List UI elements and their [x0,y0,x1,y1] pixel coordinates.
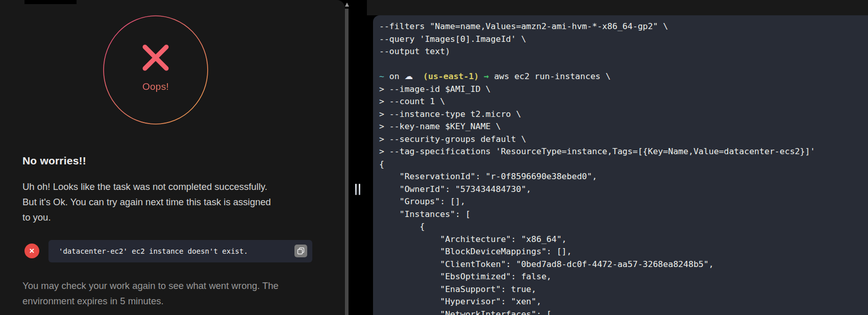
copy-icon [297,247,305,255]
terminal-top-strip [367,0,868,15]
terminal-line: "NetworkInterfaces": [ [379,308,868,315]
scroll-up-arrow-icon[interactable] [345,3,349,7]
terminal-line: { [379,158,868,171]
terminal-output: --filters "Name=name,Values=amzn2-ami-hv… [379,20,868,315]
terminal-line: ~ on ☁ (us-east-1) → aws ec2 run-instanc… [379,70,868,83]
oops-label: Oops! [103,81,208,92]
terminal-line: "Groups": [], [379,196,868,208]
terminal-line: "Instances": [ [379,208,868,221]
terminal-section: --filters "Name=name,Values=amzn2-ami-hv… [367,0,868,315]
terminal-line: "ReservationId": "r-0f8596690e38ebed0", [379,171,868,183]
terminal-line: > --security-groups default \ [379,133,868,146]
left-panel-scrollbar[interactable] [345,0,349,315]
panel-divider [349,0,367,315]
text-line: But it's Ok. You can try again next time… [22,195,318,210]
terminal-line: "BlockDeviceMappings": [], [379,246,868,258]
pause-bars-icon[interactable] [355,184,360,195]
terminal-line: { [379,221,868,233]
error-message-box: 'datacenter-ec2' ec2 instance doesn't ex… [48,240,312,262]
result-heading: No worries!! [22,155,86,167]
terminal-line: --filters "Name=name,Values=amzn2-ami-hv… [379,20,868,33]
footer-note: You may check your work again to see wha… [22,278,318,309]
terminal-line: "EnaSupport": true, [379,283,868,296]
top-notch [24,0,77,4]
terminal-line [379,58,868,71]
handle-bar [355,184,357,195]
terminal-line: "ClientToken": "0bed7ad8-dc0f-4472-aa57-… [379,258,868,271]
terminal-line: --query 'Images[0].ImageId' \ [379,33,868,46]
terminal-line: > --count 1 \ [379,95,868,108]
terminal-panel[interactable]: --filters "Name=name,Values=amzn2-ami-hv… [373,15,868,315]
gradient-ring [104,16,208,124]
error-x-icon [145,47,166,68]
text-line: environment expires in 5 minutes. [22,294,318,309]
terminal-line: > --tag-specifications 'ResourceType=ins… [379,146,868,158]
error-row: ✕ 'datacenter-ec2' ec2 instance doesn't … [24,239,312,262]
x-circle-icon: ✕ [24,244,39,258]
terminal-line: "Architecture": "x86_64", [379,233,868,246]
task-result-panel: Oops! No worries!! Uh oh! Looks like the… [0,0,345,315]
result-message: Uh oh! Looks like the task was not compl… [22,179,318,225]
text-line: Uh oh! Looks like the task was not compl… [22,179,318,195]
text-line: to you. [22,210,318,225]
scrollbar-thumb[interactable] [345,9,349,315]
terminal-line: "Hypervisor": "xen", [379,296,868,308]
terminal-line: > --key-name $KEY_NAME \ [379,120,868,133]
terminal-line: --output text) [379,45,868,58]
handle-bar [359,184,360,195]
copy-button[interactable] [294,245,307,257]
failure-circle [103,15,208,125]
text-line: You may check your work again to see wha… [22,278,318,294]
terminal-line: "OwnerId": "573434484730", [379,183,868,196]
terminal-line: "EbsOptimized": false, [379,271,868,283]
terminal-line: > --instance-type t2.micro \ [379,108,868,121]
x-glyph: ✕ [29,247,35,255]
error-message-text: 'datacenter-ec2' ec2 instance doesn't ex… [59,247,248,255]
terminal-line: > --image-id $AMI_ID \ [379,83,868,96]
